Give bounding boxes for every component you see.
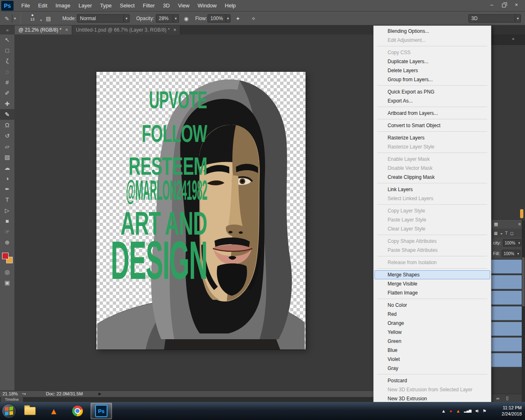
document-canvas[interactable]: UPVOTEFOLLOWRESTEEM@MARLON241982ART ANDD…	[96, 72, 306, 349]
context-menu-item[interactable]: Link Layers	[374, 185, 491, 194]
link-layers-icon[interactable]: ∞	[496, 396, 500, 401]
shape-tool[interactable]: ■	[0, 216, 14, 226]
layer-row[interactable]	[491, 291, 522, 305]
layer-row[interactable]	[491, 322, 522, 336]
menu-type[interactable]: Type	[96, 0, 116, 11]
status-popup-arrow-icon[interactable]: ▶	[98, 392, 101, 396]
layer-row[interactable]	[491, 353, 522, 367]
eraser-tool[interactable]: ▱	[0, 141, 14, 152]
menu-edit[interactable]: Edit	[34, 0, 51, 11]
zoom-level-field[interactable]: 21.18%	[2, 391, 18, 396]
gradient-tool[interactable]: ▧	[0, 152, 14, 162]
crop-tool[interactable]: #	[0, 77, 14, 88]
opacity-dropdown[interactable]: 28% ▾	[156, 14, 179, 23]
tool-preset-picker[interactable]: ✎ ▾	[2, 14, 18, 23]
context-menu-item[interactable]: No Color	[374, 301, 491, 310]
language-flag-icon[interactable]: ⚑	[482, 409, 486, 413]
zoom-tool[interactable]: ⊕	[0, 237, 14, 248]
panel-scrollbar[interactable]	[522, 220, 525, 402]
start-button[interactable]	[0, 402, 18, 420]
context-menu-item[interactable]: Group from Layers...	[374, 75, 491, 84]
filter-adjustment-icon[interactable]: ◒	[500, 231, 502, 235]
layer-fill-dropdown[interactable]: 100% ▾	[502, 250, 520, 257]
context-menu-item[interactable]: Yellow	[374, 328, 491, 337]
tab-close-icon[interactable]: ×	[173, 27, 176, 33]
menu-window[interactable]: Window	[194, 0, 221, 11]
document-tab[interactable]: @ 21.2% (RGB/8) *×	[15, 25, 72, 34]
pen-tool[interactable]: ✒	[0, 184, 14, 194]
context-menu-item[interactable]: Convert to Smart Object	[374, 121, 491, 130]
layer-row[interactable]	[491, 306, 522, 320]
workspace-switcher[interactable]: 3D ▾	[468, 14, 521, 23]
quick-mask-icon[interactable]: ◎	[0, 267, 14, 277]
document-tab[interactable]: Untitled-1.psd @ 66.7% (Layer 3, RGB/8) …	[72, 25, 180, 34]
menu-3d[interactable]: 3D	[159, 0, 174, 11]
context-menu-item[interactable]: Duplicate Layers...	[374, 57, 491, 66]
brush-tool[interactable]: ✎	[0, 109, 14, 120]
context-menu-item[interactable]: Gray	[374, 364, 491, 373]
toolbar-collapse-icon[interactable]: »	[0, 25, 15, 34]
context-menu-item[interactable]: Violet	[374, 355, 491, 364]
context-menu-item[interactable]: Postcard	[374, 376, 491, 385]
type-tool[interactable]: T	[0, 194, 14, 205]
taskbar-vlc[interactable]: ▲	[43, 403, 64, 419]
volume-icon[interactable]: ◀)	[475, 409, 479, 413]
layer-row[interactable]	[491, 338, 522, 352]
layer-opacity-dropdown[interactable]: 100% ▾	[503, 239, 522, 247]
eyedropper-tool[interactable]: ✐	[0, 88, 14, 98]
taskbar-explorer[interactable]	[19, 403, 41, 419]
symmetry-icon[interactable]: ✧	[249, 14, 258, 23]
minimize-button[interactable]: –	[486, 0, 498, 10]
hand-tool[interactable]: ☞	[0, 226, 14, 237]
menu-layer[interactable]: Layer	[75, 0, 96, 11]
panel-scroll-thumb[interactable]	[520, 209, 523, 218]
context-menu-item[interactable]: Export As...	[374, 96, 491, 105]
restore-button[interactable]	[498, 0, 510, 10]
filter-type-icon[interactable]: T	[505, 231, 508, 235]
taskbar-clock[interactable]: 11:12 PM 2/24/2018	[502, 405, 522, 417]
pressure-opacity-icon[interactable]: ◉	[181, 14, 191, 23]
taskbar-photoshop[interactable]: Ps	[91, 403, 112, 419]
network-icon[interactable]: ▂▄▆	[464, 409, 471, 413]
blur-tool[interactable]: ☁	[0, 162, 14, 173]
tab-close-icon[interactable]: ×	[65, 27, 68, 33]
filter-pixel-icon[interactable]: ▦	[494, 231, 498, 235]
context-menu-item[interactable]: Orange	[374, 319, 491, 328]
menu-help[interactable]: Help	[221, 0, 240, 11]
panel-menu-icon[interactable]: ≡	[518, 221, 521, 226]
close-button[interactable]: ×	[510, 0, 523, 10]
vlc-tray-icon[interactable]: ▲	[456, 409, 460, 413]
context-menu-item[interactable]: Merge Shapes	[374, 270, 490, 279]
hidden-icons-icon[interactable]: ▲	[441, 409, 446, 413]
menu-select[interactable]: Select	[116, 0, 139, 11]
menu-filter[interactable]: Filter	[139, 0, 159, 11]
marquee-tool[interactable]: □	[0, 45, 14, 56]
timeline-panel-tab[interactable]: Timeline	[1, 397, 23, 402]
context-menu-item[interactable]: Merge Visible	[374, 279, 491, 288]
toggle-brush-panel-icon[interactable]: ▤	[43, 14, 53, 23]
context-menu-item[interactable]: Green	[374, 337, 491, 346]
quick-selection-tool[interactable]: ◌	[0, 66, 14, 77]
lasso-tool[interactable]: ζ	[0, 56, 14, 66]
scrollbar-thumb[interactable]	[522, 257, 525, 306]
context-menu-item[interactable]: Blue	[374, 346, 491, 355]
filter-shape-icon[interactable]: ◻	[510, 231, 514, 235]
taskbar-chrome[interactable]	[67, 403, 88, 419]
healing-brush-tool[interactable]: ✚	[0, 98, 14, 109]
panel-collapse-icon[interactable]: «	[512, 37, 514, 41]
menu-file[interactable]: File	[17, 0, 34, 11]
context-menu-item[interactable]: Quick Export as PNG	[374, 87, 491, 96]
airbrush-icon[interactable]: ✦	[233, 14, 243, 23]
context-menu-item[interactable]: Blending Options...	[374, 27, 491, 36]
layer-row[interactable]	[491, 275, 522, 289]
menu-image[interactable]: Image	[51, 0, 74, 11]
mode-dropdown[interactable]: Normal ▾	[77, 14, 130, 23]
history-brush-tool[interactable]: ↺	[0, 130, 14, 141]
update-tray-icon[interactable]: ●	[450, 409, 452, 413]
dodge-tool[interactable]: ◑	[0, 173, 14, 184]
layer-row[interactable]	[491, 260, 522, 274]
brush-preset-picker[interactable]: ● 13 ▾	[24, 13, 41, 24]
context-menu-item[interactable]: Red	[374, 310, 491, 319]
context-menu-item[interactable]: Rasterize Layers	[374, 133, 491, 142]
screen-mode-icon[interactable]: ▣	[0, 277, 14, 288]
